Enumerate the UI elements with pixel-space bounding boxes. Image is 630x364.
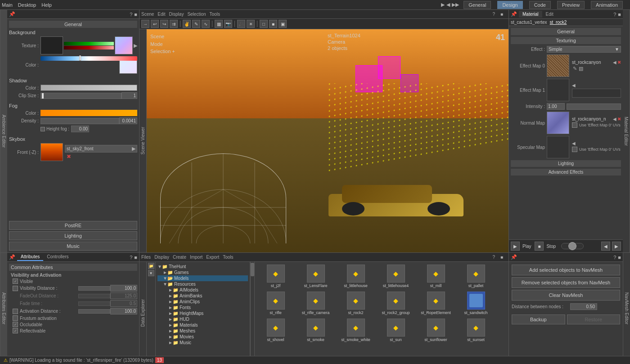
activation-slider[interactable] <box>78 309 110 314</box>
tab-code[interactable]: Code <box>529 1 551 9</box>
file-st_rock2_group[interactable]: ◆ st_rock2_group <box>377 291 415 316</box>
clear-navmesh-button[interactable]: Clear NavMesh <box>512 290 620 301</box>
scene-menu-scene[interactable]: Scene <box>141 12 154 17</box>
hue-slider[interactable] <box>40 56 137 61</box>
normal-map-thumb[interactable] <box>547 112 569 134</box>
tab-edit[interactable]: Edit <box>542 11 557 18</box>
undo-icon[interactable]: ↩ <box>151 20 159 28</box>
specular-uv-checkbox[interactable] <box>572 147 577 152</box>
tab-material[interactable]: Material <box>519 11 542 18</box>
tree-scrollbar-thumb[interactable] <box>251 263 254 276</box>
tree-resources[interactable]: ▼ 📁 Resources <box>158 281 248 287</box>
scene-menu-tools[interactable]: Tools <box>210 12 220 17</box>
camera-icon[interactable]: 🎥 <box>237 20 245 28</box>
scene-close[interactable]: ■ <box>500 12 503 17</box>
effect-map0-arrow[interactable]: ◀ <box>613 60 616 65</box>
fog-density-bar[interactable] <box>40 118 119 124</box>
visibility-distance-input[interactable] <box>110 285 137 292</box>
file-st_smoke[interactable]: ◆ st_smoke <box>297 318 335 343</box>
pencil-icon[interactable]: ✎ <box>192 20 200 28</box>
tree-animclips[interactable]: ► 📁 AnimClips <box>158 299 248 305</box>
color-result[interactable] <box>119 60 137 74</box>
ambience-editor-help[interactable]: ? <box>130 12 132 17</box>
tab-design[interactable]: Design <box>497 1 522 9</box>
paint-icon[interactable]: ✌ <box>183 20 191 28</box>
intensity-bar[interactable] <box>567 103 621 110</box>
file-st_littlehouse[interactable]: ◆ st_littlehouse <box>337 264 375 289</box>
navmesh-editor-close[interactable]: ■ <box>618 255 621 260</box>
file-st_shovel[interactable]: ◆ st_shovel <box>256 318 295 343</box>
scene-help[interactable]: ? <box>492 12 495 17</box>
navmesh-editor-help[interactable]: ? <box>613 255 616 260</box>
stop-button-icon[interactable]: ■ <box>535 242 544 251</box>
specular-map-arrow[interactable]: ◀ <box>572 141 576 146</box>
attr-editor-pin[interactable]: 📌 <box>9 254 15 260</box>
texture-icon[interactable]: ▣ <box>279 20 287 28</box>
solid-icon[interactable]: ■ <box>269 20 277 28</box>
effect-map0-edit-icon[interactable]: ✎ <box>573 66 577 72</box>
select-tool[interactable]: → <box>141 20 149 28</box>
tree-fonts[interactable]: ► 📁 Fonts <box>158 305 248 310</box>
effect-select[interactable]: Simple ▼ <box>547 46 621 53</box>
scene-menu-display[interactable]: Display <box>169 12 184 17</box>
nav-icon-1[interactable]: ▶ <box>441 2 445 8</box>
grid-icon[interactable]: ▦ <box>215 20 223 28</box>
texture-slider-red[interactable] <box>64 46 114 49</box>
file-st_sandwitch[interactable]: st_sandwitch <box>457 291 495 316</box>
data-folder-btn[interactable]: 📁 <box>148 263 154 269</box>
fog-color-bar[interactable] <box>40 110 137 116</box>
tree-scrollbar[interactable] <box>250 262 255 364</box>
visible-checkbox[interactable]: ✓ <box>13 279 18 284</box>
visibility-distance-slider[interactable] <box>78 286 110 291</box>
data-close[interactable]: ■ <box>500 255 503 260</box>
effect-map0-remove[interactable]: ✖ <box>617 60 621 65</box>
visibility-distance-checkbox[interactable] <box>13 286 18 291</box>
texture-slider-green[interactable] <box>64 42 114 45</box>
file-st_littlehouse4[interactable]: ◆ st_littlehouse4 <box>377 264 415 289</box>
tree-games[interactable]: ► 📁 Games <box>158 270 248 275</box>
file-st_lensflare[interactable]: ◆ st_LensFlare <box>297 264 335 289</box>
clip-size-bar[interactable] <box>40 93 122 99</box>
frustum-checkbox[interactable] <box>13 315 18 321</box>
menu-help[interactable]: Help <box>41 2 52 8</box>
data-menu-create[interactable]: Create <box>173 255 186 260</box>
scene-viewport[interactable]: Scene Mode Selection + st_Terrain1024 Ca… <box>147 29 508 252</box>
tree-meshes[interactable]: ► 📁 Meshes <box>158 328 248 334</box>
nav-icon-2[interactable]: ◀ <box>446 2 450 8</box>
file-st_rifle[interactable]: ◆ st_rifle <box>256 291 295 316</box>
play-indicator[interactable] <box>561 243 584 249</box>
activation-distance-checkbox[interactable] <box>13 309 18 314</box>
data-menu-files[interactable]: Files <box>141 255 151 260</box>
scene-menu-selection[interactable]: Selection <box>187 12 206 17</box>
rewind-btn[interactable]: ◀ <box>601 242 610 251</box>
tree-music[interactable]: ► 📁 Music <box>158 340 248 346</box>
file-st_pallet[interactable]: ◆ st_pallet <box>457 264 495 289</box>
menu-desktop[interactable]: Desktop <box>18 2 36 8</box>
height-fog-input[interactable] <box>71 126 89 132</box>
ambience-editor-pin[interactable]: 📌 <box>9 11 15 17</box>
tab-general[interactable]: General <box>464 1 491 9</box>
mat-item-rock2[interactable]: st_rock2 <box>550 20 567 25</box>
normal-map-arrow[interactable]: ◀ <box>613 117 616 121</box>
file-st_ropeelement[interactable]: ◆ st_RopeElement <box>417 291 455 316</box>
activation-input[interactable] <box>110 308 137 315</box>
menu-main[interactable]: Main <box>2 2 13 8</box>
mat-item-cactus[interactable]: st_cactus1_vertex <box>511 20 547 25</box>
music-button[interactable]: Music <box>9 242 137 251</box>
normal-uv-checkbox[interactable] <box>572 122 577 128</box>
intensity-input[interactable] <box>547 103 565 110</box>
shadow-color-bar[interactable] <box>40 85 137 91</box>
data-menu-tools[interactable]: Tools <box>223 255 233 260</box>
specular-map-thumb[interactable] <box>547 136 569 158</box>
texture-arrow[interactable]: ▶ <box>134 43 137 49</box>
bezier-icon[interactable]: ∿ <box>202 20 210 28</box>
flip-icon[interactable]: ⇉ <box>170 20 178 28</box>
distance-input[interactable] <box>570 303 597 310</box>
tab-controllers[interactable]: Controllers <box>43 253 72 261</box>
postre-button[interactable]: PostRE <box>9 221 137 230</box>
tree-aimodels[interactable]: ► 📁 AIModels <box>158 287 248 293</box>
tab-attributes[interactable]: Attributes <box>17 253 43 261</box>
restore-button[interactable]: Restore <box>567 315 621 324</box>
height-fog-checkbox[interactable]: Height fog : <box>40 126 69 131</box>
data-help[interactable]: ? <box>492 255 495 260</box>
